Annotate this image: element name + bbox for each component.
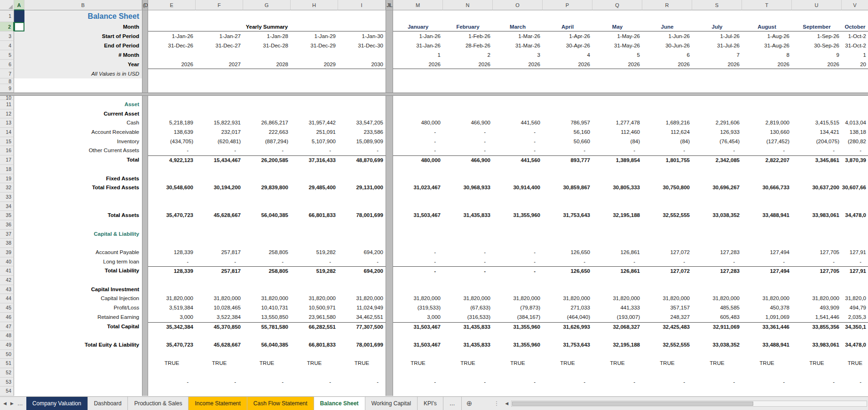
cell-O15[interactable]: - [493,137,543,147]
cell-T48[interactable] [742,331,792,340]
sheet-tab-income-statement[interactable]: Income Statement [189,397,247,410]
hidden-columns-jkl-band[interactable] [386,193,393,202]
hidden-columns-jkl-band[interactable] [386,128,393,137]
cell-N17[interactable]: 466,900 [443,155,493,165]
hidden-columns-jkl-band[interactable] [386,84,393,93]
sheet-nav-left-icon[interactable]: ◀ [3,401,7,406]
cell-T43[interactable] [742,285,792,294]
cell-I8[interactable] [338,78,386,84]
cell-I14[interactable]: 233,586 [338,128,386,137]
cell-E18[interactable] [148,165,196,174]
hidden-columns-jkl-band[interactable] [386,31,393,41]
cell-E45[interactable]: 3,519,384 [148,303,196,313]
hidden-columns-cd-band[interactable] [142,276,148,285]
column-header-A[interactable]: A [14,0,24,10]
cell-A46[interactable] [14,313,24,322]
hidden-columns-jkl-band[interactable] [386,387,393,396]
cell-H15[interactable]: 5,107,900 [291,137,338,147]
cell-S42[interactable] [692,276,742,285]
cell-E46[interactable]: 3,000 [148,313,196,322]
row-header-34[interactable]: 34 [0,202,14,211]
cell-U43[interactable] [792,285,842,294]
cell-N11[interactable] [443,100,493,109]
cell-A15[interactable] [14,137,24,147]
hidden-columns-jkl-band[interactable] [386,239,393,248]
cell-M49[interactable]: 31,503,467 [393,340,443,350]
cell-P36[interactable] [543,220,592,230]
cell-N44[interactable]: 31,820,000 [443,294,493,303]
cell-N52[interactable] [443,368,493,378]
cell-U52[interactable] [792,368,842,378]
cell-T38[interactable] [742,239,792,248]
sheet-tab-company-valuation[interactable]: Company Valuation [26,397,88,410]
cell-O4[interactable]: 31-Mar-26 [493,41,543,50]
cell-O43[interactable] [493,285,543,294]
cell-Q6[interactable]: 2026 [592,60,642,69]
cell-S52[interactable] [692,368,742,378]
cell-H44[interactable]: 31,820,000 [291,294,338,303]
cell-Q33[interactable] [592,193,642,202]
cell-I33[interactable] [338,193,386,202]
cell-F41[interactable]: 257,817 [196,266,243,276]
row-header-39[interactable]: 39 [0,248,14,257]
cell-A4[interactable] [14,41,24,50]
cell-N51[interactable]: TRUE [443,359,493,368]
hidden-columns-jkl-band[interactable] [386,137,393,147]
cell-I18[interactable] [338,165,386,174]
cell-G47[interactable]: 55,781,580 [243,322,291,332]
cell-G12[interactable] [243,109,291,119]
hidden-columns-jkl-band[interactable] [386,165,393,174]
cell-A14[interactable] [14,128,24,137]
hidden-columns-cd-band[interactable] [142,387,148,396]
cell-G6[interactable]: 2028 [243,60,291,69]
cell-H38[interactable] [291,239,338,248]
sheet-tab-balance-sheet[interactable]: Balance Sheet [314,397,365,410]
cell-B40[interactable]: Long term loan [24,257,142,267]
cell-I7[interactable] [338,69,386,78]
sheet-tab-production-sales[interactable]: Production & Sales [128,397,189,410]
column-header-Q[interactable]: Q [592,0,642,10]
cell-N7[interactable] [443,69,493,78]
cell-I49[interactable]: 78,001,699 [338,340,386,350]
cell-N41[interactable]: - [443,266,493,276]
cell-V34[interactable] [842,202,868,211]
cell-B2[interactable]: Month [24,22,142,31]
cell-F48[interactable] [196,331,243,340]
hscroll-thumb[interactable] [512,402,753,406]
cell-U44[interactable]: 31,820,000 [792,294,842,303]
row-header-47[interactable]: 47 [0,322,14,332]
cell-O37[interactable] [493,230,543,239]
cell-N12[interactable] [443,109,493,119]
sheet-tab-overflow[interactable]: … [443,397,462,410]
cell-R2[interactable]: June [642,22,692,31]
cell-E9[interactable] [148,84,196,93]
cell-V43[interactable] [842,285,868,294]
cell-N36[interactable] [443,220,493,230]
hidden-columns-cd-band[interactable] [142,257,148,267]
cell-Q12[interactable] [592,109,642,119]
cell-P7[interactable] [543,69,592,78]
cell-U7[interactable] [792,69,842,78]
cell-R45[interactable]: 357,157 [642,303,692,313]
cell-H14[interactable]: 251,091 [291,128,338,137]
cell-G46[interactable]: 13,550,850 [243,313,291,322]
cell-N9[interactable] [443,84,493,93]
cell-A52[interactable] [14,368,24,378]
cell-Q35[interactable]: 32,195,188 [592,211,642,220]
cell-S33[interactable] [692,193,742,202]
cell-N47[interactable]: 31,435,833 [443,322,493,332]
cell-T49[interactable]: 33,488,941 [742,340,792,350]
cell-U2[interactable]: September [792,22,842,31]
cell-R52[interactable] [642,368,692,378]
cell-Q18[interactable] [592,165,642,174]
cell-T18[interactable] [742,165,792,174]
hidden-columns-jkl-band[interactable] [386,78,393,84]
cell-H9[interactable] [291,84,338,93]
cell-M51[interactable]: TRUE [393,359,443,368]
cell-E39[interactable]: 128,339 [148,248,196,257]
cell-R3[interactable]: 1-Jun-26 [642,31,692,41]
cell-H47[interactable]: 66,282,551 [291,322,338,332]
cell-S46[interactable]: 605,483 [692,313,742,322]
cell-B32[interactable]: Total Fixed Assets [24,183,142,193]
cell-P3[interactable]: 1-Apr-26 [543,31,592,41]
